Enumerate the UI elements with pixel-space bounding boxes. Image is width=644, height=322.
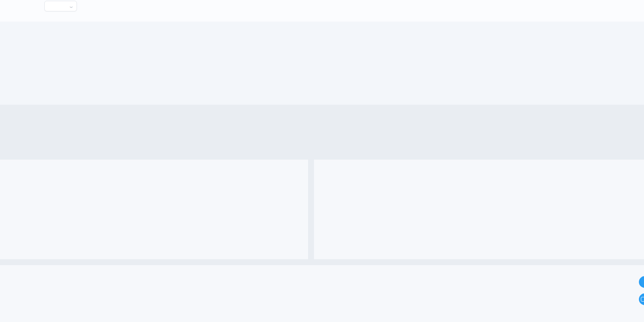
top-charts-panel bbox=[0, 22, 644, 105]
page-header: ⌄ bbox=[0, 0, 644, 22]
monthly-profit-panel bbox=[0, 160, 308, 259]
income-expense-profit-panel bbox=[314, 160, 644, 259]
income-expense-profit-chart bbox=[314, 169, 644, 259]
top-charts-canvas bbox=[0, 22, 644, 105]
cost-profit-panel bbox=[0, 265, 644, 322]
report-icon bbox=[641, 297, 644, 302]
chevron-down-icon: ⌄ bbox=[68, 4, 74, 8]
year-select-dropdown[interactable]: ⌄ bbox=[44, 1, 77, 11]
